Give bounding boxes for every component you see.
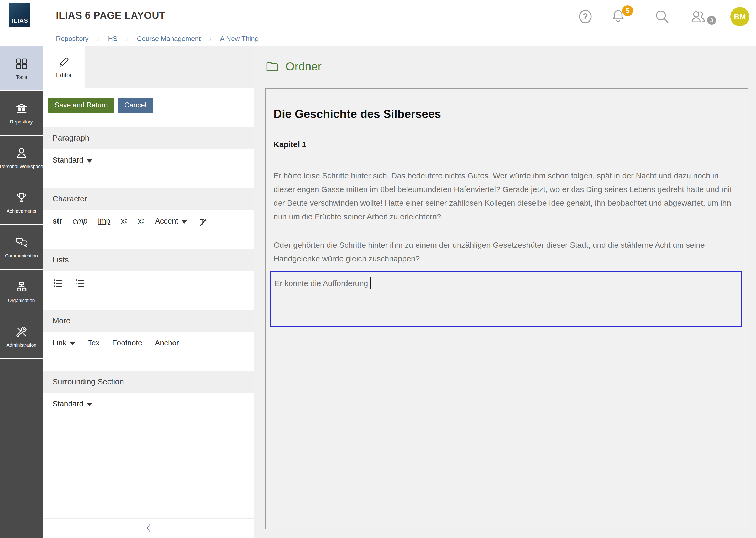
superscript-exp: 2 <box>125 218 127 224</box>
accent-label: Accent <box>155 217 178 225</box>
caret-down-icon <box>87 403 92 406</box>
anchor-button[interactable]: Anchor <box>155 339 179 347</box>
bank-icon <box>15 102 28 115</box>
lists-section-heading: Lists <box>43 249 254 271</box>
tex-button[interactable]: Tex <box>88 339 100 347</box>
clear-format-icon <box>197 217 209 228</box>
important-button[interactable]: imp <box>98 217 111 225</box>
contacts-button[interactable] <box>690 8 707 25</box>
editor-tab-bar: Editor <box>43 46 254 88</box>
bullet-list-button[interactable] <box>53 278 64 289</box>
ilias-screen: ILIAS ILIAS 6 PAGE LAYOUT ? 5 <box>0 0 756 538</box>
save-and-return-button[interactable]: Save and Return <box>48 98 115 113</box>
sidebar-item-label: Administration <box>6 343 36 348</box>
breadcrumb-a-new-thing[interactable]: A New Thing <box>220 35 259 43</box>
chat-bubbles-icon <box>15 236 28 249</box>
sidebar-item-personal-workspace[interactable]: Personal Workspace <box>0 136 43 181</box>
person-icon <box>15 146 28 160</box>
paragraph-section-heading: Paragraph <box>43 127 254 149</box>
tools-crossed-icon <box>15 325 28 339</box>
edit-area-text: Er konnte die Aufforderung <box>275 279 368 288</box>
editor-panel-footer <box>43 518 254 538</box>
sidebar-item-organisation[interactable]: Organisation <box>0 270 43 314</box>
content-block-chapter[interactable]: Kapitel 1 <box>273 140 740 149</box>
page-editor-canvas: Die Geschichte des Silbersees Kapitel 1 … <box>265 88 748 529</box>
paragraph-style-dropdown[interactable]: Standard <box>53 156 92 164</box>
editor-panel: Editor Save and Return Cancel Paragraph … <box>43 46 254 538</box>
sidebar-item-tools[interactable]: Tools <box>0 46 43 91</box>
svg-text:?: ? <box>583 12 588 21</box>
bullet-list-icon <box>53 278 64 289</box>
svg-text:3: 3 <box>75 284 77 288</box>
object-heading: Ordner <box>265 60 756 73</box>
active-edit-area[interactable]: Er konnte die Aufforderung <box>270 271 742 327</box>
avatar[interactable]: BM <box>730 7 749 26</box>
caret-down-icon <box>70 342 75 346</box>
sidebar-item-administration[interactable]: Administration <box>0 314 43 359</box>
object-title: Ordner <box>286 60 321 73</box>
cancel-button[interactable]: Cancel <box>118 98 153 113</box>
chevron-right-icon <box>95 35 101 42</box>
notification-badge: 5 <box>622 5 633 16</box>
sidebar-item-label: Organisation <box>8 298 35 303</box>
users-icon <box>690 8 707 25</box>
collapse-panel-button[interactable] <box>145 522 153 535</box>
search-icon <box>654 8 670 25</box>
contacts-badge: 3 <box>707 16 716 25</box>
numbered-list-button[interactable]: 1 2 3 <box>74 278 86 289</box>
sidebar: Tools Repository Personal Workspace <box>0 46 43 538</box>
breadcrumb: Repository HS Course Management A New Th… <box>0 31 756 46</box>
org-chart-icon <box>15 280 28 294</box>
sidebar-item-label: Tools <box>16 75 27 80</box>
superscript-base: x <box>121 217 125 225</box>
paragraph-section-body: Standard <box>43 149 254 188</box>
more-section-body: Link Tex Footnote Anchor <box>43 332 254 371</box>
chevron-right-icon <box>124 35 130 42</box>
emphasis-button[interactable]: emp <box>73 217 87 225</box>
numbered-list-icon: 1 2 3 <box>74 278 86 289</box>
editor-actions: Save and Return Cancel <box>48 98 254 113</box>
ilias-logo[interactable]: ILIAS <box>10 3 30 27</box>
surrounding-section-body: Standard <box>43 393 254 432</box>
sidebar-item-label: Repository <box>10 119 32 125</box>
strong-button[interactable]: str <box>53 217 62 225</box>
subscript-base: x <box>138 217 142 225</box>
grid-icon <box>15 57 28 71</box>
tab-editor[interactable]: Editor <box>43 46 85 88</box>
trophy-icon <box>15 191 28 205</box>
accent-dropdown[interactable]: Accent <box>155 217 187 225</box>
content-block-paragraph-1[interactable]: Er hörte leise Schritte hinter sich. Das… <box>273 169 740 224</box>
sidebar-item-label: Personal Workspace <box>0 164 43 169</box>
breadcrumb-course-management[interactable]: Course Management <box>137 35 201 43</box>
pencil-icon <box>58 56 70 68</box>
paragraph-style-value: Standard <box>53 156 83 164</box>
sidebar-item-communication[interactable]: Communication <box>0 225 43 270</box>
character-section-heading: Character <box>43 188 254 210</box>
surrounding-style-dropdown[interactable]: Standard <box>53 400 92 408</box>
help-button[interactable]: ? <box>577 8 594 25</box>
lists-section-body: 1 2 3 <box>43 271 254 310</box>
breadcrumb-hs[interactable]: HS <box>108 35 117 43</box>
breadcrumb-repository[interactable]: Repository <box>56 35 88 43</box>
main-content: Ordner Die Geschichte des Silbersees Kap… <box>254 46 756 538</box>
content-block-paragraph-2[interactable]: Oder gehörten die Schritte hinter ihm zu… <box>273 238 740 266</box>
more-section-heading: More <box>43 310 254 332</box>
footnote-button[interactable]: Footnote <box>112 339 142 347</box>
character-section-body: str emp imp x2 x2 Accent <box>43 210 254 249</box>
surrounding-style-value: Standard <box>53 400 83 408</box>
superscript-button[interactable]: x2 <box>121 217 127 225</box>
tab-editor-label: Editor <box>56 72 72 79</box>
search-button[interactable] <box>654 8 670 25</box>
content-block-title[interactable]: Die Geschichte des Silbersees <box>273 107 740 121</box>
sidebar-item-achievements[interactable]: Achievements <box>0 181 43 225</box>
clear-format-button[interactable] <box>197 217 209 228</box>
caret-down-icon <box>87 159 92 163</box>
link-label: Link <box>53 339 67 347</box>
question-icon: ? <box>577 8 594 25</box>
sidebar-item-repository[interactable]: Repository <box>0 91 43 136</box>
link-dropdown[interactable]: Link <box>53 339 75 347</box>
sidebar-item-label: Communication <box>5 253 38 259</box>
surrounding-section-heading: Surrounding Section <box>43 371 254 393</box>
subscript-button[interactable]: x2 <box>138 217 144 225</box>
chevron-right-icon <box>208 35 213 42</box>
